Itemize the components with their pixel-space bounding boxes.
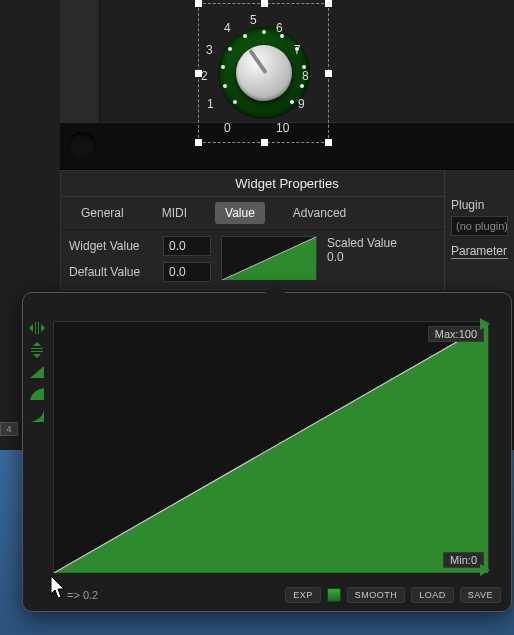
exp-curve-icon[interactable] bbox=[29, 409, 45, 423]
max-label: Max: bbox=[435, 328, 459, 340]
knob-widget[interactable]: 0 1 2 3 4 5 6 7 8 9 10 bbox=[198, 3, 329, 143]
plugin-select[interactable]: (no plugin) bbox=[451, 216, 508, 236]
save-button[interactable]: SAVE bbox=[460, 587, 501, 603]
min-badge[interactable]: Min:0 bbox=[443, 552, 484, 568]
scaled-value-label: Scaled Value bbox=[327, 236, 397, 250]
tab-advanced[interactable]: Advanced bbox=[283, 202, 356, 224]
resize-handle-tr[interactable] bbox=[325, 0, 332, 7]
scale-1: 1 bbox=[207, 97, 214, 111]
linear-curve-icon[interactable] bbox=[29, 365, 45, 379]
knob-tick bbox=[262, 30, 266, 34]
exp-button[interactable]: EXP bbox=[285, 587, 321, 603]
plugin-label: Plugin bbox=[451, 198, 508, 212]
scale-2: 2 bbox=[201, 69, 208, 83]
scale-7: 7 bbox=[294, 43, 301, 57]
tab-general[interactable]: General bbox=[71, 202, 134, 224]
load-button[interactable]: LOAD bbox=[411, 587, 454, 603]
resize-handle-bl[interactable] bbox=[195, 139, 202, 146]
tab-midi[interactable]: MIDI bbox=[152, 202, 197, 224]
bottom-drag-handle[interactable] bbox=[480, 564, 490, 576]
scale-3: 3 bbox=[206, 43, 213, 57]
knob-tick bbox=[233, 100, 237, 104]
scale-10: 10 bbox=[276, 121, 289, 135]
scaled-value: 0.0 bbox=[327, 250, 397, 264]
curve-graph[interactable]: Max:100 Min:0 bbox=[53, 321, 489, 573]
scale-5: 5 bbox=[250, 13, 257, 27]
default-value-label: Default Value bbox=[69, 265, 157, 279]
min-value: 0 bbox=[471, 554, 477, 566]
min-label: Min: bbox=[450, 554, 471, 566]
resize-handle-tl[interactable] bbox=[195, 0, 202, 7]
flip-vertical-icon[interactable] bbox=[29, 343, 45, 357]
scale-8: 8 bbox=[302, 69, 309, 83]
popup-arrow bbox=[263, 283, 287, 295]
curve-bottom-bar: => 0.2 EXP SMOOTH LOAD SAVE bbox=[53, 585, 501, 605]
scale-4: 4 bbox=[224, 21, 231, 35]
resize-handle-tm[interactable] bbox=[261, 0, 268, 7]
smooth-button[interactable]: SMOOTH bbox=[347, 587, 406, 603]
resize-handle-br[interactable] bbox=[325, 139, 332, 146]
parameter-label: Parameter bbox=[451, 244, 508, 259]
exp-toggle[interactable] bbox=[327, 588, 341, 602]
default-value-input[interactable]: 0.0 bbox=[163, 262, 211, 282]
resize-handle-bm[interactable] bbox=[261, 139, 268, 146]
plugin-panel: Plugin (no plugin) Parameter bbox=[444, 170, 514, 290]
max-badge[interactable]: Max:100 bbox=[428, 326, 484, 342]
top-drag-handle[interactable] bbox=[480, 318, 490, 330]
knob-tick bbox=[302, 65, 306, 69]
log-curve-icon[interactable] bbox=[29, 387, 45, 401]
knob-tick bbox=[223, 84, 227, 88]
rack-screw bbox=[68, 132, 96, 160]
scale-6: 6 bbox=[276, 21, 283, 35]
knob-tick bbox=[221, 65, 225, 69]
curve-thumbnail[interactable] bbox=[221, 236, 317, 280]
max-value: 100 bbox=[459, 328, 477, 340]
curve-tools bbox=[29, 321, 47, 423]
tab-value[interactable]: Value bbox=[215, 202, 265, 224]
widget-value-label: Widget Value bbox=[69, 239, 157, 253]
tray-number: 4 bbox=[0, 422, 18, 436]
resize-handle-mr[interactable] bbox=[325, 70, 332, 77]
scale-0: 0 bbox=[224, 121, 231, 135]
widget-value-input[interactable]: 0.0 bbox=[163, 236, 211, 256]
curve-editor-popup: Max:100 Min:0 => 0.2 EXP SMOOTH LOAD SAV… bbox=[22, 292, 512, 612]
cursor-readout: => 0.2 bbox=[67, 589, 98, 601]
scale-9: 9 bbox=[298, 97, 305, 111]
svg-marker-2 bbox=[30, 366, 44, 378]
flip-horizontal-icon[interactable] bbox=[29, 321, 45, 335]
